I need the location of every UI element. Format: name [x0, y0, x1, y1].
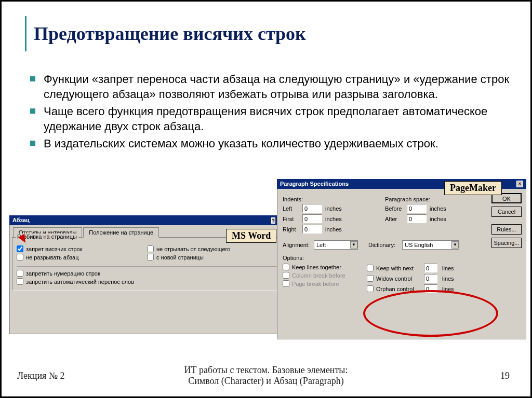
chk-keep-lines[interactable]: Keep lines together: [283, 264, 361, 270]
left-input[interactable]: [302, 204, 322, 213]
widow-input[interactable]: [424, 274, 437, 283]
right-label: Right: [283, 226, 302, 232]
chk-widow-input[interactable]: [17, 245, 23, 252]
chk-page-break[interactable]: с новой страницы: [147, 254, 277, 260]
alignment-select[interactable]: Left ▼: [314, 240, 358, 250]
keep-next-input[interactable]: [424, 264, 437, 272]
chk-keep-together-input[interactable]: [17, 254, 23, 260]
options-label: Options:: [283, 255, 523, 261]
left-label: Left: [283, 205, 302, 212]
chk-page-break-pm[interactable]: Page break before: [283, 280, 361, 287]
chk-col-break[interactable]: Column break before: [283, 272, 361, 279]
first-label: First: [283, 216, 302, 222]
after-input[interactable]: [407, 214, 427, 223]
dictionary-label: Dictionary:: [368, 242, 402, 248]
bullet-icon: [30, 141, 35, 146]
msword-tag: MS Word: [226, 229, 276, 243]
slide-footer: Лекция № 2 ИТ работы с текстом. Базовые …: [2, 365, 530, 387]
pm-button-stack: OK Cancel Rules... Spacing...: [491, 193, 522, 251]
chk-suppress-num-input[interactable]: [17, 270, 23, 277]
right-input[interactable]: [302, 225, 322, 234]
close-icon[interactable]: ×: [516, 181, 523, 187]
bullet-text: Функции «запрет переноса части абзаца на…: [44, 72, 510, 102]
footer-left: Лекция № 2: [17, 370, 65, 381]
chk-keep-next[interactable]: не отрывать от следующего: [147, 245, 277, 252]
para-space-label: Paragraph space:: [385, 196, 473, 202]
help-icon[interactable]: ?: [271, 217, 275, 224]
red-ellipse-annotation: [363, 290, 498, 337]
alignment-label: Alignment:: [283, 242, 314, 248]
chk-widow[interactable]: запрет висячих строк: [17, 245, 147, 252]
pm-title: Paragraph Specifications: [280, 181, 349, 187]
spacing-button[interactable]: Spacing...: [491, 238, 522, 248]
tab-position[interactable]: Положение на странице: [83, 227, 159, 238]
chk-keep-together[interactable]: не разрывать абзац: [17, 254, 147, 260]
bullet-icon: [30, 76, 35, 81]
title-accent: [25, 16, 26, 51]
slide-title: Предотвращение висячих строк: [34, 23, 306, 45]
chk-widow-pm[interactable]: Widow control lines: [367, 274, 486, 283]
chk-no-hyphen-input[interactable]: [17, 278, 23, 285]
before-input[interactable]: [407, 204, 427, 213]
bullet-text: В издательских системах можно указать ко…: [44, 136, 438, 151]
slide-number: 19: [500, 370, 510, 381]
chk-no-hyphen[interactable]: запретить автоматический перенос слов: [17, 278, 277, 285]
msword-titlebar: Абзац ? ×: [9, 215, 285, 225]
chk-keep-next-input[interactable]: [147, 245, 154, 252]
before-label: Before: [385, 205, 407, 212]
pagemaker-tag: PageMaker: [444, 181, 502, 195]
rules-button[interactable]: Rules...: [491, 224, 522, 235]
pagemaker-dialog: Paragraph Specifications × OK Cancel Rul…: [277, 179, 526, 339]
first-input[interactable]: [302, 214, 322, 223]
chk-page-break-input[interactable]: [147, 254, 154, 260]
bullet-list: Функции «запрет переноса части абзаца на…: [30, 72, 510, 153]
chevron-down-icon: ▼: [350, 241, 357, 249]
orphan-input[interactable]: [424, 284, 437, 293]
slide-title-bar: Предотвращение висячих строк: [25, 16, 306, 51]
cancel-button[interactable]: Cancel: [491, 207, 522, 217]
chk-suppress-num[interactable]: запретить нумерацию строк: [17, 270, 277, 277]
footer-center: ИТ работы с текстом. Базовые элементы: С…: [2, 365, 530, 387]
after-label: After: [385, 216, 407, 222]
chevron-down-icon: ▼: [451, 241, 459, 249]
chk-keep-next-pm[interactable]: Keep with next lines: [367, 264, 486, 272]
bullet-text: Чаще всего функция предотвращения висячи…: [44, 104, 510, 134]
indents-label: Indents:: [283, 196, 379, 202]
msword-title: Абзац: [12, 217, 30, 224]
chk-orphan-pm[interactable]: Orphan control lines: [367, 284, 486, 293]
dictionary-select[interactable]: US English ▼: [402, 240, 459, 250]
bullet-icon: [30, 108, 35, 114]
